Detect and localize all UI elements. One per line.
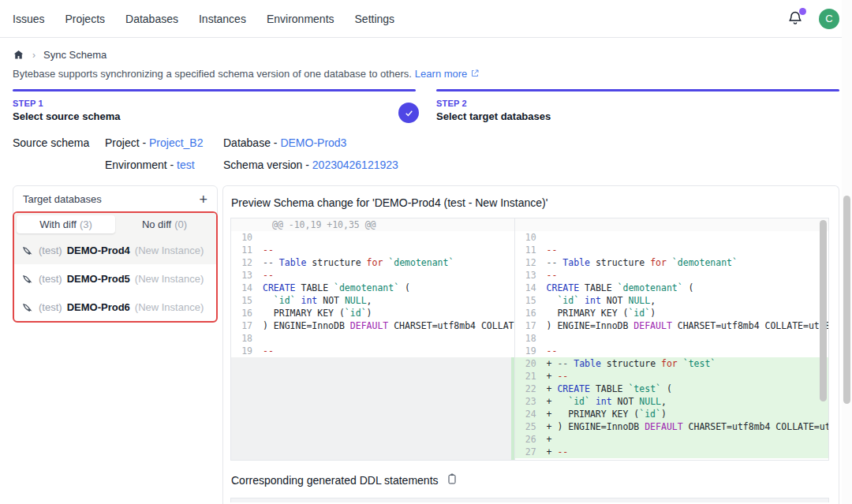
line-content	[547, 231, 828, 244]
line-number: 16	[515, 307, 547, 319]
diff-code-line: 26+	[515, 433, 828, 446]
mysql-icon	[22, 245, 34, 256]
external-link-icon[interactable]	[470, 68, 480, 80]
line-number: 22	[515, 383, 547, 395]
line-content	[263, 231, 514, 244]
source-field-link[interactable]: 20230426121923	[312, 159, 398, 171]
diff-code-line: 22+ CREATE TABLE `test` (	[515, 383, 828, 395]
diff-code-line: 24+ PRIMARY KEY (`id`)	[515, 408, 828, 420]
db-instance-suffix: (New Instance)	[135, 301, 204, 313]
user-avatar[interactable]: C	[819, 9, 839, 29]
diff-code-line: 11--	[231, 244, 514, 256]
home-icon[interactable]	[13, 49, 24, 61]
line-content: --	[263, 269, 514, 282]
page-scrollbar-thumb[interactable]	[843, 196, 850, 404]
nav-item-environments[interactable]: Environments	[267, 13, 334, 25]
preview-title: Preview Schema change for 'DEMO-Prod4 (t…	[223, 186, 839, 218]
mysql-icon	[22, 301, 34, 313]
diff-code-line: 12-- Table structure for `demotenant`	[515, 256, 828, 269]
nav-item-projects[interactable]: Projects	[65, 13, 105, 25]
line-number: 19	[231, 345, 263, 357]
db-environment: (test)	[39, 301, 62, 313]
line-content	[547, 332, 828, 345]
line-content: PRIMARY KEY (`id`)	[263, 307, 514, 319]
line-content: --	[547, 269, 828, 282]
diff-code-line: 10	[231, 231, 514, 244]
line-number: 11	[231, 244, 263, 256]
source-field-link[interactable]: test	[177, 159, 195, 171]
mysql-icon	[22, 273, 34, 285]
source-schema-fields: Project - Project_B2Database - DEMO-Prod…	[105, 136, 398, 171]
diff-left-filler	[231, 357, 514, 460]
line-number: 25	[515, 420, 547, 433]
source-field-schema-version: Schema version - 20230426121923	[223, 159, 398, 171]
target-db-item[interactable]: (test)DEMO-Prod6(New Instance)	[14, 293, 216, 321]
step-1-complete-badge	[398, 103, 419, 123]
notification-bell-button[interactable]	[787, 10, 805, 28]
db-environment: (test)	[39, 245, 62, 256]
line-number: 19	[515, 345, 547, 357]
line-content: ) ENGINE=InnoDB DEFAULT CHARSET=utf8mb4 …	[547, 319, 828, 332]
line-content: --	[547, 244, 828, 256]
line-number: 10	[515, 231, 547, 244]
line-number: 24	[515, 408, 547, 420]
add-target-database-button[interactable]: +	[199, 192, 207, 207]
source-schema-section: Source schema Project - Project_B2Databa…	[13, 136, 839, 171]
tab-label: No diff	[142, 218, 171, 230]
source-field-database: Database - DEMO-Prod3	[223, 136, 398, 149]
diff-code-line: 16 PRIMARY KEY (`id`)	[231, 307, 514, 319]
source-field-environment: Environment - test	[105, 159, 223, 171]
editor-scrollbar[interactable]	[820, 220, 827, 401]
target-db-item[interactable]: (test)DEMO-Prod5(New Instance)	[14, 264, 216, 293]
schema-diff-editor[interactable]: @@ -10,19 +10,35 @@ 1011--12-- Table str…	[230, 218, 829, 461]
line-number: 11	[515, 244, 547, 256]
tab-no-diff[interactable]: No diff(0)	[115, 215, 214, 233]
line-content: --	[263, 244, 514, 256]
target-databases-title: Target databases	[23, 193, 102, 205]
learn-more-link[interactable]: Learn more	[415, 68, 467, 80]
tab-count: (3)	[80, 218, 92, 230]
db-environment: (test)	[39, 273, 62, 285]
db-instance-suffix: (New Instance)	[135, 245, 204, 256]
source-field-link[interactable]: Project_B2	[149, 136, 203, 149]
diff-code-line: 15 `id` int NOT NULL,	[515, 294, 828, 307]
nav-item-settings[interactable]: Settings	[355, 13, 395, 25]
step-2-progress-bar	[436, 89, 839, 91]
nav-item-databases[interactable]: Databases	[125, 13, 178, 25]
line-content: -- Table structure for `demotenant`	[547, 256, 828, 269]
diff-code-line: 10	[515, 231, 828, 244]
line-number: 21	[515, 370, 547, 383]
tab-with-diff[interactable]: With diff(3)	[17, 215, 115, 233]
breadcrumb-separator: ›	[32, 50, 36, 61]
target-db-item[interactable]: (test)DEMO-Prod4(New Instance)	[14, 236, 216, 264]
main-nav: IssuesProjectsDatabasesInstancesEnvironm…	[13, 13, 394, 25]
line-content: CREATE TABLE `demotenant` (	[547, 282, 828, 294]
target-database-list: (test)DEMO-Prod4(New Instance)(test)DEMO…	[14, 236, 216, 321]
step-1-title: Select source schema	[13, 110, 416, 122]
line-number: 16	[231, 307, 263, 319]
intro-text: Bytebase supports synchronizing a specif…	[13, 68, 412, 80]
diff-code-line: 19--	[515, 345, 828, 357]
line-number: 26	[515, 433, 547, 446]
source-field-link[interactable]: DEMO-Prod3	[280, 136, 346, 149]
nav-item-instances[interactable]: Instances	[199, 13, 246, 25]
line-content: + PRIMARY KEY (`id`)	[547, 408, 828, 420]
line-number: 17	[231, 319, 263, 332]
db-name: DEMO-Prod5	[67, 273, 130, 285]
step-2: STEP 2 Select target databases	[436, 89, 839, 122]
diff-code-line: 23+ `id` int NOT NULL,	[515, 395, 828, 408]
diff-code-line: 14CREATE TABLE `demotenant` (	[515, 282, 828, 294]
line-number: 12	[515, 256, 547, 269]
ddl-editor-top-edge	[230, 498, 829, 502]
diff-code-line: 13--	[515, 269, 828, 282]
line-content: + `id` int NOT NULL,	[547, 395, 828, 408]
line-number: 27	[515, 446, 547, 458]
diff-tabs: With diff(3)No diff(0)	[14, 213, 216, 236]
line-number: 14	[515, 282, 547, 294]
step-1: STEP 1 Select source schema	[13, 89, 416, 122]
line-content: ) ENGINE=InnoDB DEFAULT CHARSET=utf8mb4 …	[263, 319, 514, 332]
nav-item-issues[interactable]: Issues	[13, 13, 44, 25]
source-field-project: Project - Project_B2	[105, 136, 223, 149]
copy-ddl-button[interactable]	[446, 472, 458, 487]
line-content: PRIMARY KEY (`id`)	[547, 307, 828, 319]
